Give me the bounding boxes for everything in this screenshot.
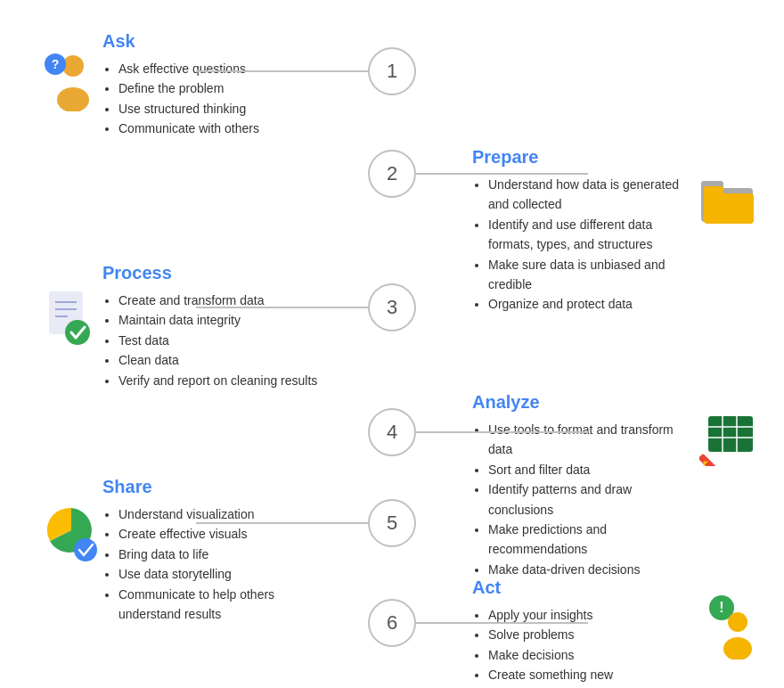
list-item: Define the problem xyxy=(118,78,339,98)
step-block-act: ! Act Apply your insights Solve problems… xyxy=(472,577,757,685)
step-circle-6: 6 xyxy=(368,599,416,647)
step-circle-2: 2 xyxy=(368,150,416,198)
connector-3 xyxy=(196,307,368,308)
process-title: Process xyxy=(102,263,339,283)
list-item: Ask effective questions xyxy=(118,59,339,78)
list-item: Clean data xyxy=(118,350,339,370)
analyze-icon xyxy=(699,414,757,470)
prepare-title: Prepare xyxy=(472,147,695,168)
prepare-list: Understand how data is generated and col… xyxy=(472,175,695,315)
connector-4 xyxy=(416,431,588,433)
list-item: Use data storytelling xyxy=(118,564,339,584)
list-item: Bring data to life xyxy=(118,545,339,564)
list-item: Use tools to format and transform data xyxy=(488,420,695,460)
connector-1 xyxy=(196,70,368,72)
analyze-list: Use tools to format and transform data S… xyxy=(472,420,695,579)
step-circle-4: 4 xyxy=(368,408,416,456)
list-item: Make data-driven decisions xyxy=(488,560,695,579)
list-item: Create effective visuals xyxy=(118,524,339,544)
act-title: Act xyxy=(472,577,699,598)
ask-icon: ? xyxy=(45,53,94,115)
list-item: Test data xyxy=(118,331,339,350)
svg-point-20 xyxy=(74,538,97,561)
list-item: Understand how data is generated and col… xyxy=(488,175,695,215)
share-icon xyxy=(45,504,98,565)
svg-rect-7 xyxy=(704,186,723,197)
list-item: Solve problems xyxy=(488,625,699,644)
ask-title: Ask xyxy=(102,31,339,52)
svg-point-24 xyxy=(723,637,752,659)
list-item: Organize and protect data xyxy=(488,294,695,314)
list-item: Maintain data integrity xyxy=(118,310,339,330)
svg-rect-18 xyxy=(699,454,718,466)
list-item: Communicate with others xyxy=(118,119,339,138)
svg-point-1 xyxy=(57,87,89,111)
list-item: Verify and report on cleaning results xyxy=(118,371,339,390)
connector-5 xyxy=(196,522,368,524)
step-block-analyze: Analyze Use tools to format and transfor… xyxy=(472,392,757,579)
act-list: Apply your insights Solve problems Make … xyxy=(472,605,699,685)
step-circle-5: 5 xyxy=(368,499,416,547)
list-item: Identify patterns and draw conclusions xyxy=(488,479,695,520)
list-item: Sort and filter data xyxy=(488,460,695,479)
list-item: Make sure data is unbiased and credible xyxy=(488,255,695,295)
list-item: Use structured thinking xyxy=(118,99,339,119)
step-circle-3: 3 xyxy=(368,283,416,332)
prepare-icon xyxy=(699,174,757,229)
list-item: Make decisions xyxy=(488,645,699,665)
svg-point-12 xyxy=(65,320,90,345)
list-item: Communicate to help others understand re… xyxy=(118,585,339,625)
share-title: Share xyxy=(102,477,339,497)
analyze-title: Analyze xyxy=(472,392,695,413)
process-icon xyxy=(45,290,94,351)
step-block-process: Process Create and transform data Mainta… xyxy=(53,258,339,390)
list-item: Create something new xyxy=(488,665,699,684)
connector-2 xyxy=(416,173,588,175)
svg-text:!: ! xyxy=(719,600,723,615)
connector-6 xyxy=(416,622,588,624)
process-list: Create and transform data Maintain data … xyxy=(102,291,339,390)
svg-point-23 xyxy=(728,612,747,632)
svg-rect-6 xyxy=(704,193,754,224)
svg-text:?: ? xyxy=(52,57,60,71)
step-block-ask: ? Ask Ask effective questions Define the… xyxy=(53,27,339,139)
act-icon: ! xyxy=(704,595,757,663)
step-block-share: Share Understand visualization Create ef… xyxy=(53,472,339,624)
list-item: Make predictions and recommendations xyxy=(488,520,695,560)
svg-rect-13 xyxy=(708,416,753,452)
step-circle-1: 1 xyxy=(368,47,416,95)
diagram-container: 1 ? Ask Ask effective questions Define t… xyxy=(0,0,784,36)
list-item: Identify and use different data formats,… xyxy=(488,215,695,255)
